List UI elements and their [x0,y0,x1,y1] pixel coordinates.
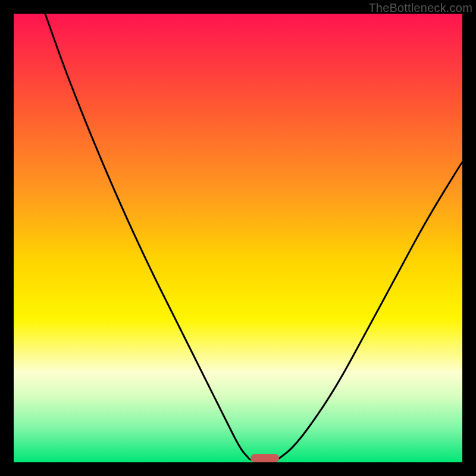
watermark-text: TheBottleneck.com [368,1,472,15]
plot-area [14,14,462,462]
minimum-marker [250,454,279,462]
bottleneck-curve [14,14,462,462]
curve-path [45,14,462,461]
chart-frame: TheBottleneck.com [0,0,476,476]
